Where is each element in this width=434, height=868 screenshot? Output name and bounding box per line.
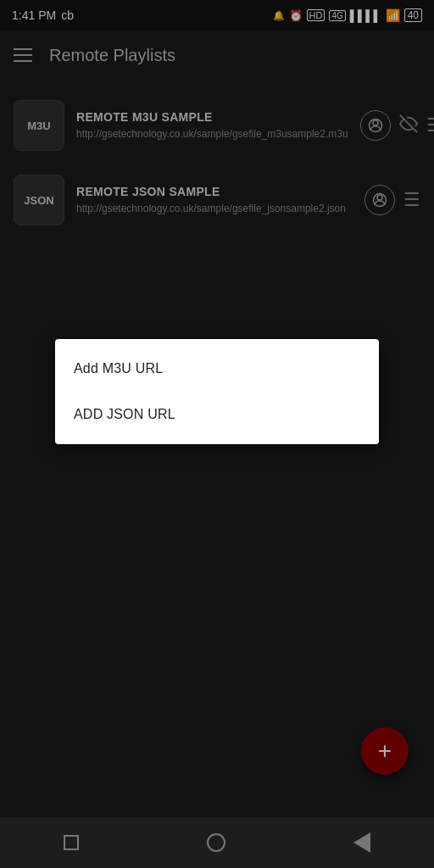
add-m3u-url-button[interactable]: Add M3U URL [55,346,379,392]
popup-menu: Add M3U URL ADD JSON URL [55,339,379,444]
add-json-url-button[interactable]: ADD JSON URL [55,392,379,437]
